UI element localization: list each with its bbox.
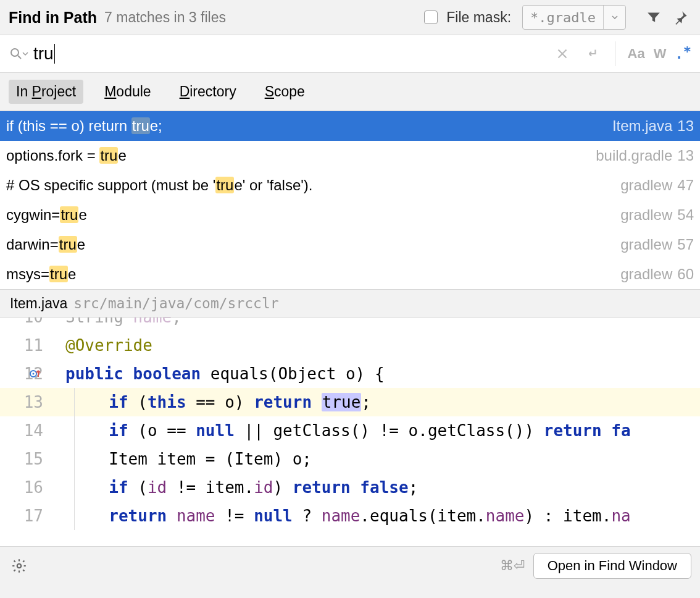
- scope-tab-2[interactable]: Directory: [172, 80, 244, 104]
- result-text: darwin=true: [6, 236, 85, 253]
- results-list: if (this == o) return true;Item.java13op…: [0, 111, 700, 289]
- result-text: if (this == o) return true;: [6, 117, 162, 135]
- result-row[interactable]: if (this == o) return true;Item.java13: [0, 111, 700, 141]
- svg-point-0: [11, 49, 19, 56]
- result-row[interactable]: cygwin=truegradlew54: [0, 200, 700, 230]
- scope-tab-3[interactable]: Scope: [257, 80, 312, 104]
- match-case-toggle[interactable]: Aa: [628, 46, 645, 62]
- scope-tabs: In ProjectModuleDirectoryScope: [0, 73, 700, 111]
- code-line: 10String name;: [0, 318, 700, 331]
- separator: [615, 41, 615, 66]
- text-cursor: [54, 44, 55, 64]
- result-row[interactable]: # OS specific support (must be 'true' or…: [0, 171, 700, 200]
- preview-header: Item.java src/main/java/com/srcclr: [0, 289, 700, 318]
- words-toggle[interactable]: W: [654, 46, 667, 62]
- shortcut-hint: ⌘⏎: [500, 558, 525, 574]
- svg-point-2: [33, 373, 35, 375]
- newline-icon[interactable]: [581, 43, 602, 64]
- dialog-title: Find in Path: [9, 9, 97, 27]
- result-text: # OS specific support (must be 'true' or…: [6, 177, 313, 194]
- search-query: tru: [33, 44, 54, 64]
- code-line: 12public boolean equals(Object o) {: [0, 360, 700, 388]
- preview-filename: Item.java: [10, 295, 67, 312]
- result-location: gradlew47: [620, 177, 694, 194]
- scope-tab-1[interactable]: Module: [97, 80, 158, 104]
- result-text: msys=true: [6, 266, 76, 283]
- code-line: 15 Item item = (Item) o;: [0, 445, 700, 473]
- result-location: gradlew57: [620, 236, 694, 253]
- result-location: Item.java13: [612, 117, 694, 135]
- result-location: gradlew54: [620, 206, 694, 224]
- code-line: 16 if (id != item.id) return false;: [0, 473, 700, 502]
- dialog-footer: ⌘⏎ Open in Find Window: [0, 546, 700, 584]
- result-text: cygwin=true: [6, 206, 87, 224]
- code-line: 11@Override: [0, 331, 700, 360]
- regex-toggle[interactable]: .*: [675, 46, 692, 62]
- code-line: 17 return name != null ? name.equals(ite…: [0, 502, 700, 530]
- file-mask-dropdown[interactable]: *.gradle: [522, 5, 626, 30]
- dialog-header: Find in Path 7 matches in 3 files File m…: [0, 0, 700, 35]
- result-row[interactable]: options.fork = truebuild.gradle13: [0, 141, 700, 171]
- result-location: build.gradle13: [596, 147, 694, 164]
- override-icon[interactable]: [30, 368, 41, 379]
- preview-path: src/main/java/com/srcclr: [73, 295, 278, 311]
- code-line: 14 if (o == null || getClass() != o.getC…: [0, 416, 700, 445]
- gear-icon[interactable]: [9, 555, 30, 576]
- svg-point-3: [17, 563, 22, 568]
- matches-count: 7 matches in 3 files: [104, 9, 226, 26]
- scope-tab-0[interactable]: In Project: [9, 80, 83, 104]
- open-in-find-window-button[interactable]: Open in Find Window: [533, 553, 691, 579]
- search-icon: [9, 46, 28, 61]
- clear-icon[interactable]: [552, 43, 573, 64]
- result-location: gradlew60: [620, 266, 694, 283]
- search-bar: tru Aa W .*: [0, 35, 700, 73]
- code-preview[interactable]: 10String name;11@Override12public boolea…: [0, 318, 700, 546]
- result-row[interactable]: darwin=truegradlew57: [0, 230, 700, 259]
- pin-icon[interactable]: [670, 7, 691, 28]
- result-row[interactable]: msys=truegradlew60: [0, 259, 700, 289]
- file-mask-checkbox[interactable]: [424, 11, 438, 24]
- filter-icon[interactable]: [643, 7, 664, 28]
- result-text: options.fork = true: [6, 147, 127, 164]
- search-input[interactable]: tru: [33, 44, 547, 64]
- code-line: 13 if (this == o) return true;: [0, 388, 700, 416]
- chevron-down-icon[interactable]: [603, 6, 625, 29]
- file-mask-value: *.gradle: [523, 10, 603, 25]
- file-mask-label: File mask:: [446, 9, 511, 26]
